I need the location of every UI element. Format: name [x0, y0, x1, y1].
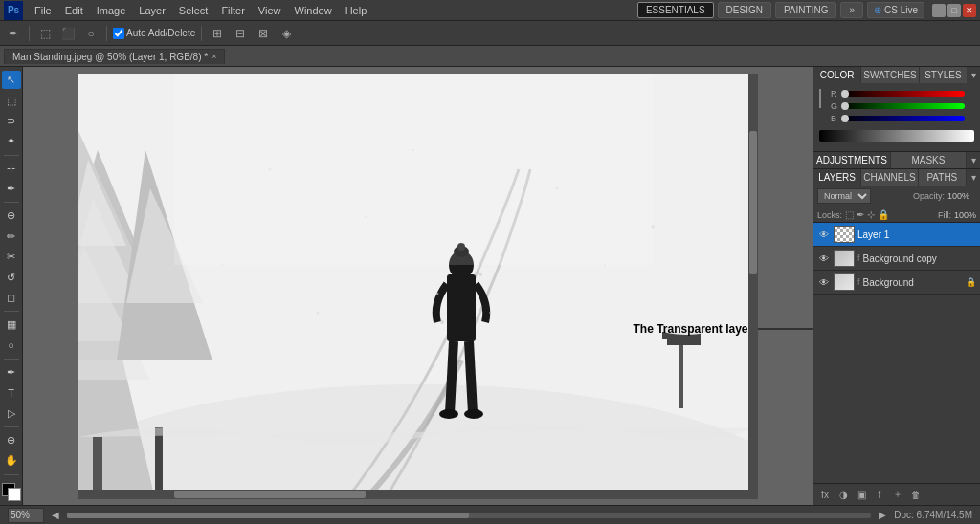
document-tab[interactable]: Man Standing.jpeg @ 50% (Layer 1, RGB/8)…	[4, 49, 225, 64]
cs-icon: ⊕	[874, 5, 881, 15]
tool-pen[interactable]: ✒	[2, 363, 21, 382]
layers-new-button[interactable]: ＋	[890, 487, 905, 502]
layer-item-layer1[interactable]: 👁 Layer 1	[813, 223, 980, 247]
horizontal-scrollbar[interactable]	[78, 490, 758, 499]
layer-vis-bgcopy[interactable]: 👁	[817, 251, 831, 265]
tool-separator-1	[4, 155, 19, 156]
mode-painting[interactable]: PAINTING	[775, 2, 836, 18]
g-slider[interactable]	[841, 103, 965, 109]
layer-item-background[interactable]: 👁 f Background 🔒	[813, 271, 980, 295]
menu-filter[interactable]: Filter	[215, 3, 250, 18]
menu-help[interactable]: Help	[340, 3, 373, 18]
menu-view[interactable]: View	[253, 3, 287, 18]
background-color[interactable]	[8, 488, 21, 501]
lock-icon-4[interactable]: 🔒	[878, 209, 889, 220]
status-arrow-left[interactable]: ◀	[52, 510, 59, 520]
options-icon-6[interactable]: ⊠	[254, 24, 273, 43]
lock-icon-1[interactable]: ⬚	[845, 209, 854, 220]
tool-eraser[interactable]: ◻	[2, 289, 21, 307]
b-slider[interactable]	[841, 116, 965, 121]
color-panel-collapse[interactable]: ▾	[967, 69, 980, 82]
menu-window[interactable]: Window	[289, 3, 338, 18]
layer-vis-layer1[interactable]: 👁	[817, 228, 831, 241]
tab-paths[interactable]: PATHS	[919, 169, 967, 186]
adj-panel-collapse[interactable]: ▾	[967, 154, 980, 167]
tab-color[interactable]: COLOR	[813, 67, 861, 83]
tab-styles[interactable]: STYLES	[920, 67, 967, 83]
mode-design[interactable]: DESIGN	[718, 2, 771, 18]
tool-healing[interactable]: ⊕	[2, 207, 21, 225]
lock-icon-2[interactable]: ✒	[857, 209, 864, 220]
mode-essentials[interactable]: ESSENTIALS	[637, 2, 714, 18]
tool-marquee[interactable]: ⬚	[2, 91, 21, 109]
options-icon-1[interactable]: ⬚	[35, 24, 55, 43]
layers-adj-button[interactable]: ▣	[854, 487, 869, 502]
r-slider[interactable]	[841, 91, 965, 97]
layers-fx-button[interactable]: fx	[817, 487, 833, 502]
tab-channels[interactable]: CHANNELS	[861, 169, 918, 186]
r-value: 0	[968, 89, 980, 98]
tab-swatches[interactable]: SWATCHES	[861, 67, 920, 83]
layers-controls: Normal Opacity: 100%	[813, 186, 980, 207]
menu-layer[interactable]: Layer	[133, 3, 171, 18]
tool-lasso[interactable]: ⊃	[2, 112, 21, 130]
layer-item-bgcopy[interactable]: 👁 f Background copy	[813, 247, 980, 271]
tab-masks[interactable]: MASKS	[891, 152, 967, 168]
status-progress-fill	[67, 513, 469, 518]
tool-text[interactable]: T	[2, 383, 21, 402]
blend-mode-select[interactable]: Normal	[817, 188, 871, 204]
auto-add-delete: Auto Add/Delete	[113, 28, 195, 39]
tab-layers[interactable]: LAYERS	[813, 169, 861, 186]
layers-delete-button[interactable]: 🗑	[908, 487, 924, 502]
tool-crop[interactable]: ⊹	[2, 159, 21, 177]
tool-separator-4	[4, 359, 19, 360]
main-area: ↖ ⬚ ⊃ ✦ ⊹ ✒ ⊕ ✏ ✂ ↺ ◻ ▦ ○ ✒ T ▷ ⊕ ✋	[0, 67, 980, 505]
status-arrow-right[interactable]: ▶	[879, 510, 886, 520]
layers-panel: LAYERS CHANNELS PATHS ▾ Normal Opacity: …	[813, 169, 980, 505]
options-icon-3[interactable]: ○	[81, 24, 100, 43]
mode-more[interactable]: »	[840, 2, 863, 18]
zoom-input[interactable]	[8, 508, 44, 523]
menu-image[interactable]: Image	[91, 3, 132, 18]
tool-wand[interactable]: ✦	[2, 132, 21, 150]
toolbar: ↖ ⬚ ⊃ ✦ ⊹ ✒ ⊕ ✏ ✂ ↺ ◻ ▦ ○ ✒ T ▷ ⊕ ✋	[0, 67, 23, 505]
tool-gradient[interactable]: ▦	[2, 316, 21, 334]
options-icon-5[interactable]: ⊟	[231, 24, 250, 43]
cs-live-button[interactable]: ⊕ CS Live	[867, 2, 924, 18]
tab-adjustments[interactable]: ADJUSTMENTS	[813, 152, 891, 168]
layer-thumb-bgcopy	[834, 250, 855, 267]
tool-zoom[interactable]: ⊕	[2, 431, 21, 449]
layer-vis-background[interactable]: 👁	[817, 275, 831, 289]
tool-dodge[interactable]: ○	[2, 336, 21, 354]
options-icon-4[interactable]: ⊞	[208, 24, 227, 43]
layers-group-button[interactable]: f	[872, 487, 887, 502]
tool-hand[interactable]: ✋	[2, 451, 21, 469]
options-icon-7[interactable]: ◈	[277, 24, 296, 43]
vertical-scrollbar[interactable]	[748, 74, 758, 499]
b-label: B	[831, 114, 838, 123]
lock-icon-3[interactable]: ⊹	[867, 209, 875, 220]
tool-history[interactable]: ↺	[2, 268, 21, 286]
color-swatch[interactable]	[819, 89, 821, 108]
options-separator-3	[201, 26, 202, 41]
canvas-image[interactable]	[78, 74, 758, 499]
auto-add-delete-checkbox[interactable]	[113, 28, 124, 39]
layers-panel-collapse[interactable]: ▾	[967, 171, 980, 185]
tool-eyedropper[interactable]: ✒	[2, 180, 21, 198]
tab-close-button[interactable]: ×	[212, 52, 216, 61]
tool-selection[interactable]: ↖	[2, 71, 21, 89]
color-gradient-bar[interactable]	[819, 130, 974, 142]
tool-brush[interactable]: ✏	[2, 228, 21, 246]
tool-colors[interactable]	[2, 483, 21, 501]
layers-mask-button[interactable]: ◑	[835, 487, 851, 502]
opacity-value: 100%	[947, 191, 976, 201]
menu-select[interactable]: Select	[173, 3, 214, 18]
maximize-button[interactable]: □	[947, 4, 961, 17]
tool-clone[interactable]: ✂	[2, 248, 21, 266]
menu-edit[interactable]: Edit	[59, 3, 89, 18]
menu-file[interactable]: File	[29, 3, 57, 18]
options-icon-2[interactable]: ⬛	[58, 24, 78, 43]
close-button[interactable]: ✕	[963, 4, 976, 17]
tool-shape[interactable]: ▷	[2, 404, 21, 423]
minimize-button[interactable]: –	[932, 4, 946, 17]
